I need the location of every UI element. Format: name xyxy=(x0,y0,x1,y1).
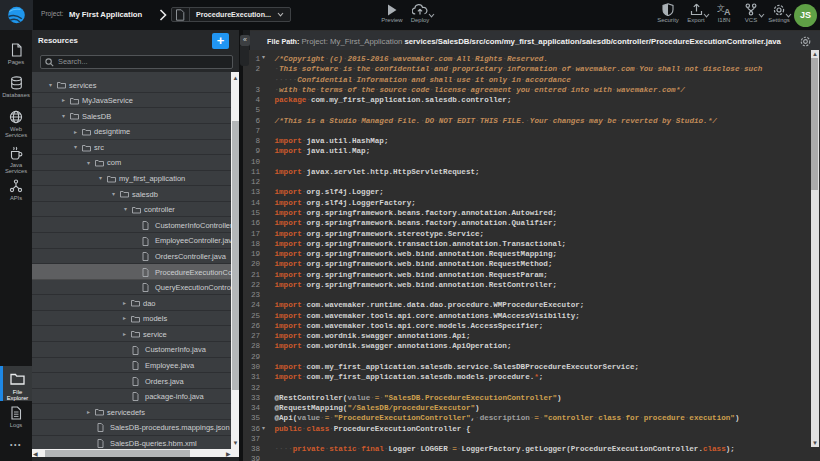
svg-text:A: A xyxy=(724,7,731,16)
